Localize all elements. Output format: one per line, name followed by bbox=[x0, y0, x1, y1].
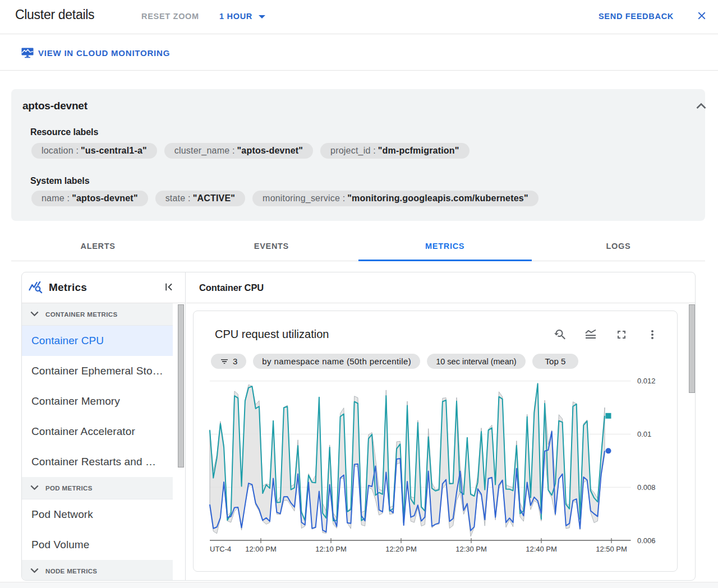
view-link-label: VIEW IN CLOUD MONITORING bbox=[38, 48, 170, 58]
y-tick-label: 0.01 bbox=[637, 430, 651, 438]
collapse-card-icon[interactable] bbox=[694, 100, 708, 113]
page-title: Cluster details bbox=[15, 7, 94, 22]
dialog-header: Cluster details RESET ZOOM 1 HOUR SEND F… bbox=[0, 0, 718, 34]
metric-item-label: Container Memory bbox=[31, 395, 120, 408]
series-end-marker-0 bbox=[605, 413, 611, 419]
chevron-down-icon bbox=[30, 485, 39, 491]
sidebar-title: Metrics bbox=[49, 281, 87, 294]
metrics-explorer-icon bbox=[29, 280, 44, 295]
chart-card: CPU request utilization 3by namespace na… bbox=[193, 311, 678, 572]
cluster-details-dialog: Cluster details RESET ZOOM 1 HOUR SEND F… bbox=[0, 0, 718, 588]
label-value: "aptos-devnet" bbox=[72, 193, 138, 203]
cloud-monitoring-icon bbox=[21, 47, 34, 58]
collapse-sidebar-icon[interactable] bbox=[165, 283, 173, 291]
y-tick-label: 0.006 bbox=[637, 536, 656, 545]
label-value: "ACTIVE" bbox=[193, 193, 235, 203]
view-in-cloud-monitoring-link[interactable]: VIEW IN CLOUD MONITORING bbox=[21, 47, 170, 58]
metric-item-container-accelerator[interactable]: Container Accelerator bbox=[22, 416, 173, 447]
send-feedback-button[interactable]: SEND FEEDBACK bbox=[599, 12, 674, 21]
chevron-down-icon bbox=[30, 568, 39, 574]
tab-events[interactable]: EVENTS bbox=[185, 231, 358, 261]
metric-item-label: Container Accelerator bbox=[31, 425, 135, 438]
section-label: NODE METRICS bbox=[45, 568, 97, 575]
metric-item-container-restarts-and[interactable]: Container Restarts and … bbox=[22, 447, 173, 477]
section-header-pod-metrics[interactable]: POD METRICS bbox=[22, 477, 173, 499]
cluster-summary-card: aptos-devnet Resource labels location :"… bbox=[11, 89, 705, 221]
x-tick-label: 12:30 PM bbox=[455, 545, 487, 553]
label-value: "us-central1-a" bbox=[81, 146, 147, 156]
label-key: project_id bbox=[330, 146, 370, 156]
x-tick-label: 12:00 PM bbox=[245, 545, 277, 553]
y-tick-label: 0.008 bbox=[637, 483, 656, 492]
tab-label: EVENTS bbox=[254, 242, 289, 251]
metric-item-pod-network[interactable]: Pod Network bbox=[22, 499, 173, 530]
metric-item-label: Container CPU bbox=[31, 335, 104, 347]
resource-label-chip-cluster_name: cluster_name :"aptos-devnet" bbox=[164, 143, 313, 159]
section-label: CONTAINER METRICS bbox=[45, 311, 117, 318]
system-label-chip-state: state :"ACTIVE" bbox=[155, 191, 245, 206]
metrics-panel: Metrics CONTAINER METRICSContainer CPUCo… bbox=[21, 272, 696, 581]
page-background-strip bbox=[0, 582, 718, 588]
system-label-chip-monitoring_service: monitoring_service :"monitoring.googleap… bbox=[252, 191, 538, 206]
active-tab-underline bbox=[358, 260, 532, 261]
system-label-chip-name: name :"aptos-devnet" bbox=[31, 191, 148, 206]
cluster-name: aptos-devnet bbox=[22, 100, 88, 112]
label-value: "aptos-devnet" bbox=[237, 146, 303, 156]
resource-labels-title: Resource labels bbox=[30, 127, 98, 137]
tab-label: LOGS bbox=[606, 242, 630, 251]
x-tick-label: 12:20 PM bbox=[385, 545, 417, 553]
reset-zoom-button[interactable]: RESET ZOOM bbox=[141, 12, 199, 21]
metric-item-label: Pod Network bbox=[31, 508, 93, 521]
x-tick-label: 12:50 PM bbox=[596, 545, 627, 553]
chart-area-title: Container CPU bbox=[199, 283, 264, 293]
section-label: POD METRICS bbox=[45, 485, 93, 492]
metrics-sidebar: Metrics CONTAINER METRICSContainer CPUCo… bbox=[22, 272, 186, 581]
tab-label: ALERTS bbox=[81, 242, 116, 251]
tab-logs[interactable]: LOGS bbox=[532, 231, 705, 261]
metric-item-pod-volume[interactable]: Pod Volume bbox=[22, 530, 173, 560]
close-icon[interactable] bbox=[696, 10, 708, 22]
chart-area-scrollbar[interactable] bbox=[689, 304, 695, 393]
x-tick-label: 12:10 PM bbox=[315, 545, 347, 553]
label-key: location bbox=[42, 146, 73, 156]
label-key: cluster_name bbox=[174, 146, 229, 156]
resource-label-chip-project_id: project_id :"dm-pcfmigration" bbox=[320, 143, 469, 159]
label-key: name bbox=[42, 193, 65, 203]
label-value: "monitoring.googleapis.com/kubernetes" bbox=[347, 193, 528, 203]
tab-metrics[interactable]: METRICS bbox=[358, 231, 532, 261]
metric-item-label: Container Ephemeral Sto… bbox=[31, 365, 163, 377]
chevron-down-icon bbox=[30, 311, 39, 317]
caret-down-icon bbox=[259, 15, 265, 18]
resource-labels-chips: location :"us-central1-a"cluster_name :"… bbox=[31, 143, 470, 159]
time-range-value: 1 HOUR bbox=[219, 12, 252, 21]
label-key: state bbox=[165, 193, 186, 203]
section-header-container-metrics[interactable]: CONTAINER METRICS bbox=[22, 303, 173, 326]
x-tick-label: 12:40 PM bbox=[526, 545, 557, 553]
sidebar-scrollbar[interactable] bbox=[178, 304, 184, 467]
x-axis-utc-label: UTC-4 bbox=[210, 545, 231, 553]
tab-bar: ALERTSEVENTSMETRICSLOGS bbox=[11, 231, 705, 261]
label-value: "dm-pcfmigration" bbox=[378, 146, 459, 156]
system-labels-chips: name :"aptos-devnet"state :"ACTIVE"monit… bbox=[31, 191, 538, 206]
sidebar-header: Metrics bbox=[22, 272, 185, 303]
label-key: monitoring_service bbox=[263, 193, 340, 203]
resource-label-chip-location: location :"us-central1-a" bbox=[31, 143, 157, 159]
tab-label: METRICS bbox=[425, 242, 464, 251]
system-labels-title: System labels bbox=[30, 176, 89, 186]
metric-item-container-ephemeral-sto[interactable]: Container Ephemeral Sto… bbox=[22, 356, 173, 386]
series-end-marker-1 bbox=[605, 448, 611, 453]
time-range-dropdown[interactable]: 1 HOUR bbox=[219, 12, 265, 21]
metric-item-label: Pod Volume bbox=[31, 539, 89, 551]
tab-alerts[interactable]: ALERTS bbox=[11, 231, 185, 261]
chart-area-header: Container CPU bbox=[186, 272, 696, 303]
metric-item-container-cpu[interactable]: Container CPU bbox=[22, 326, 173, 356]
cpu-utilization-chart: UTC-412:00 PM12:10 PM12:20 PM12:30 PM12:… bbox=[194, 311, 677, 571]
metrics-list: CONTAINER METRICSContainer CPUContainer … bbox=[22, 303, 173, 581]
metric-item-label: Container Restarts and … bbox=[31, 456, 156, 468]
section-header-node-metrics[interactable]: NODE METRICS bbox=[22, 560, 173, 581]
metric-item-container-memory[interactable]: Container Memory bbox=[22, 386, 173, 416]
monitoring-toolbar: VIEW IN CLOUD MONITORING bbox=[0, 35, 718, 71]
y-tick-label: 0.012 bbox=[637, 377, 656, 385]
